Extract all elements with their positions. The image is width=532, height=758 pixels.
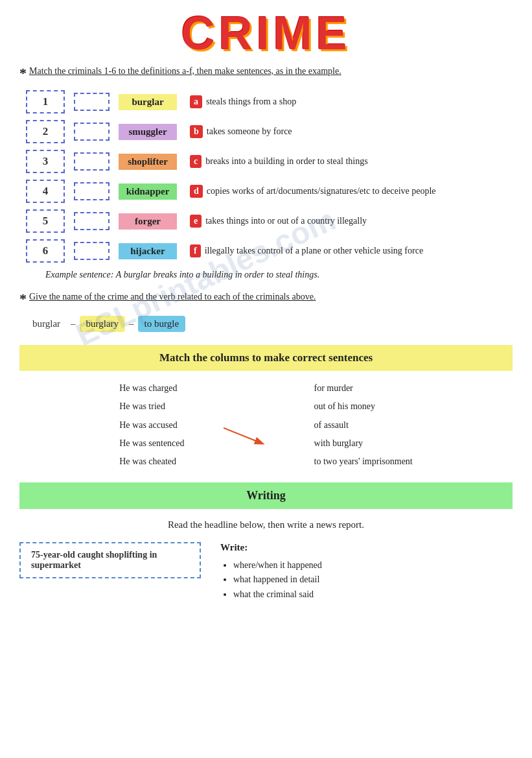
list-item: out of his money [314,399,413,414]
def-text-e: takes things into or out of a country il… [205,215,367,228]
def-letter-f: f [190,244,201,257]
table-row: 3 shoplifter c breaks into a building in… [26,149,513,174]
chain-word-burglary: burglary [80,316,126,332]
answer-box-6[interactable] [74,242,110,260]
list-item: where/when it happened [233,558,513,573]
criminal-label-3: shoplifter [119,154,177,170]
list-item: He was cheated [119,455,184,469]
def-text-f: illegally takes control of a plane or ot… [205,244,423,257]
section1-header: * Match the criminals 1-6 to the definit… [19,65,513,82]
definition-6: f illegally takes control of a plane or … [190,244,423,257]
chain-word-burglar: burglar [26,316,67,332]
right-column: for murder out of his money of assault w… [314,381,413,469]
def-text-b: takes someone by force [207,125,292,138]
chain-dash-2: – [129,318,134,329]
number-box-2: 2 [26,120,65,143]
definition-1: a steals things from a shop [190,95,296,108]
def-letter-d: d [190,185,203,198]
criminal-label-1: burglar [119,94,177,110]
section3-banner: Match the columns to make correct senten… [19,345,513,371]
answer-box-5[interactable] [74,212,110,230]
star-icon-2: * [19,290,27,307]
criminal-label-6: hijacker [119,243,177,259]
answer-box-4[interactable] [74,182,110,200]
chain-dash-1: – [71,318,76,329]
table-row: 5 forger e takes things into or out of a… [26,209,513,233]
criminal-label-4: kidnapper [119,184,177,200]
list-item: He was tried [119,399,184,414]
list-item: He was charged [119,381,184,396]
def-letter-e: e [190,215,202,228]
def-letter-b: b [190,125,203,138]
list-item: what the criminal said [233,587,513,602]
writing-bottom: 75-year-old caught shoplifting in superm… [19,542,513,602]
column-match-container: He was charged He was tried He was accus… [19,381,513,482]
number-box-4: 4 [26,180,65,203]
section1-instruction: Match the criminals 1-6 to the definitio… [29,65,341,78]
page-title: CRIME [181,6,351,60]
word-chain: burglar – burglary – to burgle [26,316,513,332]
criminal-label-2: smuggler [119,124,177,140]
page-header: CRIME [19,6,513,60]
number-box-5: 5 [26,209,65,233]
list-item: with burglary [314,436,413,451]
svg-line-0 [224,428,262,444]
headline-box: 75-year-old caught shoplifting in superm… [19,542,201,578]
left-column: He was charged He was tried He was accus… [119,381,184,469]
list-item: He was accused [119,418,184,432]
write-list: where/when it happened what happened in … [233,558,513,602]
section4-banner: Writing [19,482,513,509]
example-sentence: Example sentence: A burglar breaks into … [45,270,513,280]
star-icon: * [19,65,27,82]
section2-instruction: Give the name of the crime and the verb … [29,290,316,303]
answer-box-2[interactable] [74,123,110,141]
match-arrow [224,381,275,466]
columns-match: He was charged He was tried He was accus… [119,381,413,469]
answer-box-3[interactable] [74,152,110,171]
write-title: Write: [220,542,513,553]
list-item: He was sentenced [119,436,184,451]
definition-2: b takes someone by force [190,125,292,138]
number-box-3: 3 [26,150,65,173]
table-row: 1 burglar a steals things from a shop [26,89,513,114]
list-item: what happened in detail [233,573,513,587]
definition-3: c breaks into a building in order to ste… [190,155,368,168]
answer-box-1[interactable] [74,93,110,111]
definition-4: d copies works of art/documents/signatur… [190,185,436,198]
list-item: for murder [314,381,413,396]
arrow-area [224,381,275,469]
def-text-c: breaks into a building in order to steal… [205,155,367,168]
chain-word-to-burgle: to burgle [138,316,185,332]
number-box-6: 6 [26,239,65,263]
list-item: to two years' imprisonment [314,455,413,469]
def-letter-c: c [190,155,202,168]
def-text-a: steals things from a shop [206,95,296,108]
list-item: of assault [314,418,413,432]
def-letter-a: a [190,95,202,108]
table-row: 4 kidnapper d copies works of art/docume… [26,179,513,204]
definition-5: e takes things into or out of a country … [190,215,367,228]
criminal-label-5: forger [119,213,177,230]
number-box-1: 1 [26,90,65,113]
match-grid: 1 burglar a steals things from a shop 2 … [26,89,513,263]
section2-header: * Give the name of the crime and the ver… [19,290,513,307]
writing-instruction: Read the headline below, then write a ne… [19,519,513,530]
def-text-d: copies works of art/documents/signatures… [207,185,436,198]
table-row: 2 smuggler b takes someone by force [26,119,513,144]
table-row: 6 hijacker f illegally takes control of … [26,239,513,263]
write-section: Write: where/when it happened what happe… [220,542,513,602]
